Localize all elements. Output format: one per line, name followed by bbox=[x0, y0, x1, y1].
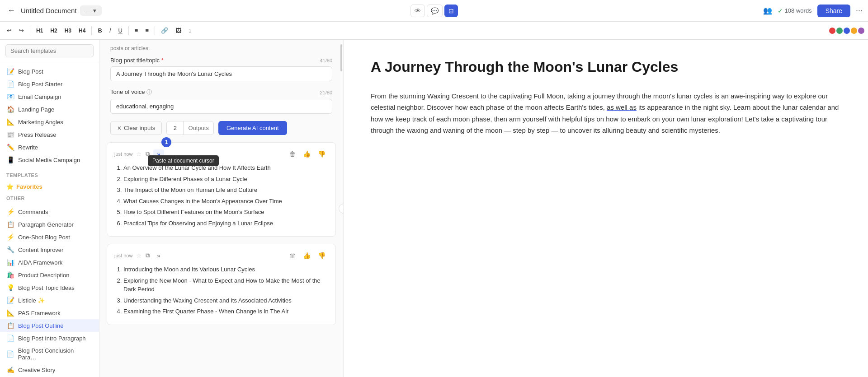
sidebar-item-content-improver[interactable]: 🔧 Content Improver bbox=[0, 243, 99, 256]
templates-section-label: TEMPLATES bbox=[0, 169, 99, 180]
color-palette bbox=[829, 28, 864, 34]
tone-label: Tone of voice ⓘ 21/80 bbox=[110, 88, 332, 96]
list-item: Practical Tips for Observing and Enjoyin… bbox=[123, 219, 328, 228]
sidebar-item-marketing-angles[interactable]: 📐 Marketing Angles bbox=[0, 116, 99, 128]
sidebar-item-blog-topic-ideas[interactable]: 💡 Blog Post Topic Ideas bbox=[0, 281, 99, 294]
clear-inputs-button[interactable]: ✕ Clear inputs bbox=[110, 121, 162, 135]
h4-button[interactable]: H4 bbox=[75, 26, 89, 36]
sidebar: 📝 Blog Post 📄 Blog Post Starter 📧 Email … bbox=[0, 40, 99, 377]
share-button[interactable]: Share bbox=[817, 5, 850, 17]
editor-body[interactable]: From the stunning Waxing Crescent to the… bbox=[371, 90, 841, 136]
color-blue[interactable] bbox=[844, 28, 850, 34]
result-2-delete[interactable]: 🗑 bbox=[287, 251, 298, 261]
editor-panel: A Journey Through the Moon's Lunar Cycle… bbox=[344, 40, 868, 377]
tone-input[interactable] bbox=[110, 99, 332, 114]
sidebar-item-listicle[interactable]: 📝 Listicle ✨ bbox=[0, 294, 99, 307]
blog-post-starter-icon: 📄 bbox=[6, 80, 14, 88]
h2-button[interactable]: H2 bbox=[47, 26, 60, 36]
email-campaign-icon: 📧 bbox=[6, 93, 14, 100]
back-button[interactable]: ← bbox=[5, 4, 17, 17]
sidebar-item-email-campaign[interactable]: 📧 Email Campaign bbox=[0, 90, 99, 103]
bold-button[interactable]: B bbox=[94, 25, 105, 36]
badge-container: 1 bbox=[161, 137, 171, 147]
sidebar-item-blog-post-intro[interactable]: 📄 Blog Post Intro Paragraph bbox=[0, 332, 99, 344]
redo-button[interactable]: ↪ bbox=[16, 25, 27, 36]
sidebar-item-pas-framework[interactable]: 📐 PAS Framework bbox=[0, 307, 99, 319]
sidebar-item-one-shot-blog[interactable]: ⚡ One-Shot Blog Post bbox=[0, 231, 99, 243]
underline-button[interactable]: U bbox=[115, 25, 125, 36]
color-red[interactable] bbox=[829, 28, 835, 34]
more-options-button[interactable]: ··· bbox=[856, 6, 863, 15]
result-card-2: just now ☆ ⧉ » 🗑 👍 👎 Introducing the Moo… bbox=[107, 244, 336, 325]
view-controls: 👁 💬 ⊟ bbox=[410, 5, 458, 17]
result-1-list: An Overview of the Lunar Cycle and How I… bbox=[114, 163, 328, 228]
marketing-angles-icon: 📐 bbox=[6, 118, 14, 126]
eye-view-button[interactable]: 👁 bbox=[410, 5, 425, 17]
undo-button[interactable]: ↩ bbox=[4, 25, 15, 36]
image-button[interactable]: 🖼 bbox=[172, 25, 184, 36]
sidebar-item-blog-post-starter[interactable]: 📄 Blog Post Starter bbox=[0, 78, 99, 90]
main-content: 📝 Blog Post 📄 Blog Post Starter 📧 Email … bbox=[0, 40, 868, 377]
sidebar-item-aida[interactable]: 📊 AIDA Framework bbox=[0, 256, 99, 269]
collab-icon[interactable]: 👥 bbox=[763, 6, 772, 15]
blog-post-outline-icon: 📋 bbox=[6, 322, 14, 329]
separator-4 bbox=[155, 26, 155, 35]
sidebar-item-commands[interactable]: ⚡ Commands bbox=[0, 205, 99, 218]
title-input[interactable] bbox=[110, 66, 332, 81]
color-orange[interactable] bbox=[851, 28, 857, 34]
separator-1 bbox=[30, 26, 30, 35]
result-2-star[interactable]: ☆ bbox=[136, 252, 142, 259]
sidebar-item-blog-post-outline[interactable]: 📋 Blog Post Outline bbox=[0, 319, 99, 332]
search-input[interactable] bbox=[5, 44, 94, 57]
sidebar-item-blog-post[interactable]: 📝 Blog Post bbox=[0, 65, 99, 78]
result-card-1-header: just now ☆ ⧉ » 🗑 👍 👎 bbox=[114, 149, 328, 159]
result-1-thumbdown[interactable]: 👎 bbox=[315, 149, 328, 159]
sidebar-item-landing-page[interactable]: 🏠 Landing Page bbox=[0, 103, 99, 116]
ol-button[interactable]: ≡ bbox=[132, 25, 142, 36]
form-actions: ✕ Clear inputs Outputs Generate AI conte… bbox=[99, 121, 343, 142]
title-dropdown-button[interactable]: — ▾ bbox=[80, 5, 102, 16]
result-1-star[interactable]: ☆ bbox=[136, 150, 142, 158]
split-view-button[interactable]: ⊟ bbox=[444, 5, 458, 17]
sidebar-item-creative-story[interactable]: ✍️ Creative Story bbox=[0, 363, 99, 376]
link-button[interactable]: 🔗 bbox=[158, 25, 171, 36]
title-char-count: 41/80 bbox=[320, 58, 332, 63]
content-improver-icon: 🔧 bbox=[6, 246, 14, 253]
result-2-time: just now bbox=[114, 253, 132, 258]
result-1-delete[interactable]: 🗑 bbox=[287, 149, 298, 159]
result-2-copy[interactable]: ⧉ bbox=[146, 252, 150, 259]
main-nav-section: 📝 Blog Post 📄 Blog Post Starter 📧 Email … bbox=[0, 62, 99, 169]
aida-icon: 📊 bbox=[6, 259, 14, 266]
sidebar-item-rewrite[interactable]: ✏️ Rewrite bbox=[0, 141, 99, 154]
more-format-button[interactable]: ↕ bbox=[185, 25, 195, 36]
result-2-expand-button[interactable]: » bbox=[153, 251, 164, 261]
other-section-label: Other bbox=[0, 192, 99, 203]
sidebar-item-product-description[interactable]: 🛍️ Product Description bbox=[0, 269, 99, 281]
result-1-thumbup[interactable]: 👍 bbox=[300, 149, 313, 159]
outputs-control: Outputs bbox=[166, 121, 214, 135]
generate-button[interactable]: Generate AI content bbox=[218, 121, 287, 135]
one-shot-icon: ⚡ bbox=[6, 233, 14, 241]
sidebar-item-paragraph-generator[interactable]: 📋 Paragraph Generator bbox=[0, 218, 99, 231]
h1-button[interactable]: H1 bbox=[33, 26, 46, 36]
star-icon: ⭐ bbox=[6, 183, 14, 190]
list-item: The Impact of the Moon on Human Life and… bbox=[123, 186, 328, 195]
color-green[interactable] bbox=[836, 28, 843, 34]
chat-view-button[interactable]: 💬 bbox=[427, 5, 443, 17]
list-item: Examining the First Quarter Phase - When… bbox=[123, 307, 328, 316]
result-2-thumbdown[interactable]: 👎 bbox=[315, 251, 328, 261]
result-2-thumbup[interactable]: 👍 bbox=[300, 251, 313, 261]
search-box bbox=[0, 40, 99, 62]
sidebar-item-press-release[interactable]: 📰 Press Release bbox=[0, 128, 99, 141]
format-bar: ↩ ↪ H1 H2 H3 H4 B I U ≡ ≡ 🔗 🖼 ↕ bbox=[0, 22, 868, 40]
italic-button[interactable]: I bbox=[106, 25, 114, 36]
sidebar-item-social-media[interactable]: 📱 Social Media Campaign bbox=[0, 154, 99, 166]
press-release-icon: 📰 bbox=[6, 131, 14, 138]
color-purple[interactable] bbox=[858, 28, 864, 34]
ul-button[interactable]: ≡ bbox=[142, 25, 152, 36]
blog-topic-ideas-icon: 💡 bbox=[6, 284, 14, 291]
h3-button[interactable]: H3 bbox=[61, 26, 75, 36]
blog-post-intro-icon: 📄 bbox=[6, 335, 14, 342]
outputs-input[interactable] bbox=[167, 125, 183, 131]
sidebar-item-blog-post-conclusion[interactable]: 📄 Blog Post Conclusion Para… bbox=[0, 344, 99, 363]
